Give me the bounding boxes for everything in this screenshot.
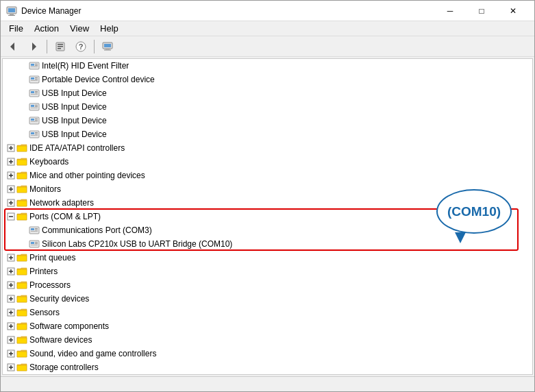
device-icon-comm-port: [29, 225, 40, 236]
expand-icon-mice[interactable]: [5, 170, 16, 181]
folder-icon-sound: [16, 348, 27, 359]
tree-item-ide-ata[interactable]: IDE ATA/ATAPI controllers: [3, 141, 532, 155]
minimize-button[interactable]: ─: [434, 1, 466, 21]
folder-ports-icon-ports: [16, 211, 27, 222]
svg-rect-70: [35, 242, 38, 243]
svg-rect-2: [10, 14, 14, 15]
tree-item-print-queues[interactable]: Print queues: [3, 251, 532, 265]
expand-icon-storage[interactable]: [5, 362, 16, 373]
tree-item-software-devices[interactable]: Software devices: [3, 333, 532, 347]
svg-rect-27: [31, 91, 34, 93]
expand-icon-print-queues[interactable]: [5, 252, 16, 263]
svg-rect-14: [105, 49, 110, 50]
menu-help[interactable]: Help: [95, 21, 124, 36]
svg-rect-42: [31, 132, 34, 134]
tree-label-printers: Printers: [29, 267, 58, 276]
tree-label-usb-input-2: USB Input Device: [42, 102, 107, 112]
svg-rect-69: [31, 242, 34, 244]
svg-rect-3: [8, 15, 15, 16]
device-tree[interactable]: Intel(R) HID Event Filter Portable Devic…: [2, 58, 533, 375]
tree-item-security[interactable]: Security devices: [3, 292, 532, 306]
folder-icon-printers: [16, 266, 27, 277]
svg-rect-15: [104, 49, 111, 50]
menu-action[interactable]: Action: [29, 21, 64, 36]
expand-icon-sound[interactable]: [5, 348, 16, 359]
svg-rect-67: [31, 231, 38, 232]
tree-item-silicon-labs[interactable]: Silicon Labs CP210x USB to UART Bridge (…: [3, 237, 532, 251]
svg-rect-35: [31, 108, 38, 108]
expand-icon-software-components[interactable]: [5, 321, 16, 332]
svg-rect-32: [31, 105, 34, 107]
svg-rect-30: [31, 94, 38, 95]
expand-icon-printers[interactable]: [5, 266, 16, 277]
tree-item-software-components[interactable]: Software components: [3, 319, 532, 333]
svg-rect-44: [35, 134, 38, 134]
tree-label-storage: Storage controllers: [29, 363, 99, 372]
tree-item-sensors[interactable]: Sensors: [3, 306, 532, 319]
tree-item-usb-input-1[interactable]: USB Input Device: [3, 86, 532, 100]
expand-icon-network[interactable]: [5, 197, 16, 208]
tree-label-processors: Processors: [29, 280, 71, 290]
toolbar-forward[interactable]: [24, 38, 43, 55]
tree-item-keyboards[interactable]: Keyboards: [3, 155, 532, 169]
tree-label-usb-input-3: USB Input Device: [42, 116, 107, 125]
tree-item-storage[interactable]: Storage controllers: [3, 360, 532, 374]
folder-icon-monitors: [16, 184, 27, 195]
menu-file[interactable]: File: [3, 21, 29, 36]
expand-icon-monitors[interactable]: [5, 184, 16, 195]
maximize-button[interactable]: □: [466, 1, 497, 21]
svg-rect-40: [31, 121, 38, 122]
device-icon-portable-device: [29, 74, 40, 85]
menu-view[interactable]: View: [64, 21, 95, 36]
toolbar-monitor[interactable]: [98, 38, 117, 55]
device-manager-window: Device Manager ─ □ ✕ File Action View He…: [0, 0, 535, 392]
toolbar-sep1: [47, 40, 47, 53]
svg-rect-64: [31, 228, 34, 230]
device-icon-silicon-labs: [29, 238, 40, 249]
svg-rect-25: [31, 80, 38, 81]
expand-icon-ports[interactable]: [5, 211, 16, 222]
tree-item-usb-input-4[interactable]: USB Input Device: [3, 127, 532, 141]
toolbar-help[interactable]: ?: [71, 38, 90, 55]
device-icon-usb-input-1: [29, 88, 40, 99]
expand-icon-sensors[interactable]: [5, 307, 16, 318]
folder-icon-sensors: [16, 307, 27, 318]
svg-rect-37: [31, 119, 34, 121]
svg-rect-13: [104, 44, 111, 47]
tree-item-usb-input-2[interactable]: USB Input Device: [3, 100, 532, 114]
tree-label-sound: Sound, video and game controllers: [29, 349, 156, 358]
expand-icon-processors[interactable]: [5, 280, 16, 291]
expand-icon-keyboards[interactable]: [5, 156, 16, 167]
expand-icon-security[interactable]: [5, 293, 16, 304]
close-button[interactable]: ✕: [497, 1, 529, 21]
svg-marker-5: [32, 42, 36, 51]
tree-label-print-queues: Print queues: [29, 253, 75, 262]
tree-item-portable-device[interactable]: Portable Device Control device: [3, 73, 532, 86]
svg-rect-8: [58, 46, 63, 47]
tree-item-usb-input-3[interactable]: USB Input Device: [3, 114, 532, 127]
svg-rect-7: [58, 44, 63, 45]
tree-label-network: Network adapters: [29, 198, 94, 208]
tree-item-system[interactable]: System devices: [3, 374, 532, 375]
tree-item-hid-event[interactable]: Intel(R) HID Event Filter: [3, 59, 532, 73]
toolbar-back[interactable]: [3, 38, 23, 55]
svg-rect-18: [35, 64, 38, 64]
tree-label-sensors: Sensors: [29, 308, 60, 317]
device-icon-usb-input-2: [29, 101, 40, 112]
svg-rect-33: [35, 105, 38, 106]
tree-item-printers[interactable]: Printers: [3, 265, 532, 278]
tree-item-mice[interactable]: Mice and other pointing devices: [3, 169, 532, 182]
tree-label-monitors: Monitors: [29, 184, 61, 194]
svg-rect-71: [35, 243, 38, 244]
tree-item-processors[interactable]: Processors: [3, 278, 532, 292]
folder-icon-keyboards: [16, 156, 27, 167]
svg-rect-66: [35, 230, 38, 230]
toolbar-properties[interactable]: [51, 38, 70, 55]
expand-icon-ide-ata[interactable]: [5, 143, 16, 154]
svg-rect-24: [35, 79, 38, 79]
app-icon: [6, 5, 17, 16]
device-icon-hid-event: [29, 60, 40, 71]
tree-item-sound[interactable]: Sound, video and game controllers: [3, 347, 532, 360]
com10-bubble-arrow: [455, 232, 466, 243]
expand-icon-software-devices[interactable]: [5, 334, 16, 345]
